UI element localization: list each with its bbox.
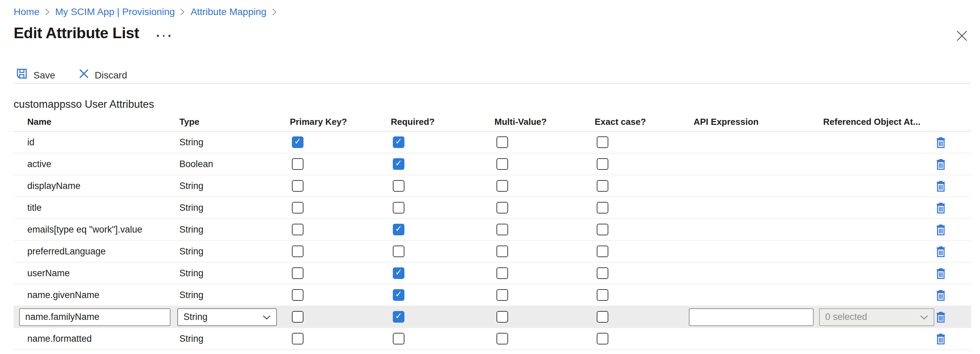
primary-key-checkbox[interactable] — [292, 311, 304, 323]
attribute-type: String — [166, 137, 276, 147]
multi-value-checkbox[interactable] — [496, 333, 508, 344]
delete-attribute-icon[interactable] — [936, 290, 945, 300]
delete-attribute-icon[interactable] — [936, 311, 945, 322]
multi-value-checkbox[interactable] — [496, 202, 508, 214]
exact-case-checkbox[interactable] — [597, 311, 608, 323]
required-checkbox[interactable] — [393, 224, 404, 235]
attribute-table-body: id String active Boolean — [14, 132, 971, 350]
exact-case-checkbox[interactable] — [597, 289, 608, 301]
primary-key-checkbox[interactable] — [292, 224, 304, 235]
required-checkbox[interactable] — [393, 180, 404, 192]
exact-case-checkbox[interactable] — [597, 136, 608, 148]
required-checkbox[interactable] — [393, 333, 404, 344]
required-checkbox[interactable] — [393, 136, 404, 148]
exact-case-checkbox[interactable] — [597, 224, 608, 235]
required-checkbox[interactable] — [393, 246, 404, 257]
delete-attribute-icon[interactable] — [936, 246, 945, 257]
delete-attribute-icon[interactable] — [936, 159, 945, 169]
table-row: active Boolean — [14, 153, 971, 175]
title-row: Edit Attribute List — [14, 25, 172, 42]
required-checkbox[interactable] — [393, 267, 404, 279]
table-row: title String — [14, 197, 971, 219]
type-select[interactable]: String — [177, 308, 277, 326]
multi-value-checkbox[interactable] — [496, 158, 508, 170]
multi-value-checkbox[interactable] — [496, 246, 508, 257]
save-label: Save — [33, 69, 55, 80]
attribute-table: Name Type Primary Key? Required? Multi-V… — [14, 112, 971, 350]
attribute-type: String — [166, 290, 276, 300]
attribute-name: userName — [14, 268, 166, 278]
required-checkbox[interactable] — [393, 289, 404, 301]
multi-value-checkbox[interactable] — [496, 224, 508, 235]
column-header-name: Name — [14, 116, 166, 126]
breadcrumb: Home My SCIM App | Provisioning Attribut… — [14, 6, 277, 17]
table-row: preferredLanguage String — [14, 241, 971, 263]
multi-value-checkbox[interactable] — [496, 136, 508, 148]
delete-attribute-icon[interactable] — [936, 333, 945, 344]
exact-case-checkbox[interactable] — [597, 202, 608, 214]
save-button[interactable]: Save — [14, 68, 58, 81]
column-header-referenced-object: Referenced Object At... — [810, 116, 917, 126]
table-row-editing: String 0 selected — [14, 306, 971, 328]
primary-key-checkbox[interactable] — [292, 289, 304, 301]
multi-value-checkbox[interactable] — [496, 311, 508, 323]
discard-x-icon — [79, 69, 89, 80]
discard-button[interactable]: Discard — [76, 69, 130, 80]
save-icon — [16, 68, 27, 81]
exact-case-checkbox[interactable] — [597, 267, 608, 279]
attribute-name: active — [14, 159, 166, 169]
section-title: customappsso User Attributes — [14, 98, 154, 110]
table-row: displayName String — [14, 175, 971, 197]
table-row: name.formatted String — [14, 328, 971, 350]
attribute-name: emails[type eq "work"].value — [14, 225, 166, 234]
multi-value-checkbox[interactable] — [496, 289, 508, 301]
attribute-table-header: Name Type Primary Key? Required? Multi-V… — [14, 112, 971, 132]
primary-key-checkbox[interactable] — [292, 136, 304, 148]
multi-value-checkbox[interactable] — [496, 180, 508, 192]
required-checkbox[interactable] — [393, 311, 404, 323]
primary-key-checkbox[interactable] — [292, 333, 304, 344]
chevron-right-icon — [180, 8, 185, 16]
breadcrumb-item-provisioning[interactable]: My SCIM App | Provisioning — [55, 6, 175, 17]
breadcrumb-item-home[interactable]: Home — [14, 6, 40, 17]
exact-case-checkbox[interactable] — [597, 333, 608, 344]
api-expression-input[interactable] — [689, 308, 814, 326]
edit-attribute-list-blade: Home My SCIM App | Provisioning Attribut… — [0, 0, 980, 354]
column-header-api-expression: API Expression — [680, 116, 810, 126]
attribute-type: String — [166, 268, 276, 278]
primary-key-checkbox[interactable] — [292, 158, 304, 170]
delete-attribute-icon[interactable] — [936, 224, 945, 235]
primary-key-checkbox[interactable] — [292, 267, 304, 279]
type-select-value: String — [183, 312, 208, 322]
delete-attribute-icon[interactable] — [936, 202, 945, 213]
table-row: emails[type eq "work"].value String — [14, 219, 971, 241]
context-menu-ellipsis-icon[interactable] — [156, 33, 172, 38]
primary-key-checkbox[interactable] — [292, 202, 304, 214]
attribute-type: String — [166, 333, 276, 344]
required-checkbox[interactable] — [393, 202, 404, 214]
attribute-name: displayName — [14, 181, 166, 191]
multi-value-checkbox[interactable] — [496, 267, 508, 279]
attribute-type: String — [166, 203, 276, 213]
exact-case-checkbox[interactable] — [597, 158, 608, 170]
delete-attribute-icon[interactable] — [936, 137, 945, 148]
attribute-name: name.formatted — [14, 333, 166, 344]
primary-key-checkbox[interactable] — [292, 180, 304, 192]
delete-attribute-icon[interactable] — [936, 268, 945, 279]
breadcrumb-item-attribute-mapping[interactable]: Attribute Mapping — [191, 6, 266, 17]
exact-case-checkbox[interactable] — [597, 246, 608, 257]
referenced-object-select-value: 0 selected — [825, 312, 867, 322]
required-checkbox[interactable] — [393, 158, 404, 170]
exact-case-checkbox[interactable] — [597, 180, 608, 192]
primary-key-checkbox[interactable] — [292, 246, 304, 257]
close-icon[interactable] — [955, 30, 968, 42]
attribute-type: String — [166, 181, 276, 191]
delete-attribute-icon[interactable] — [936, 180, 945, 191]
attribute-type: String — [166, 246, 276, 257]
attribute-name-input[interactable] — [19, 308, 170, 326]
page-title: Edit Attribute List — [14, 25, 139, 42]
attribute-type: String — [166, 225, 276, 234]
attribute-name: name.givenName — [14, 290, 166, 300]
column-header-multi-value: Multi-Value? — [481, 116, 581, 126]
attribute-name: id — [14, 137, 166, 147]
